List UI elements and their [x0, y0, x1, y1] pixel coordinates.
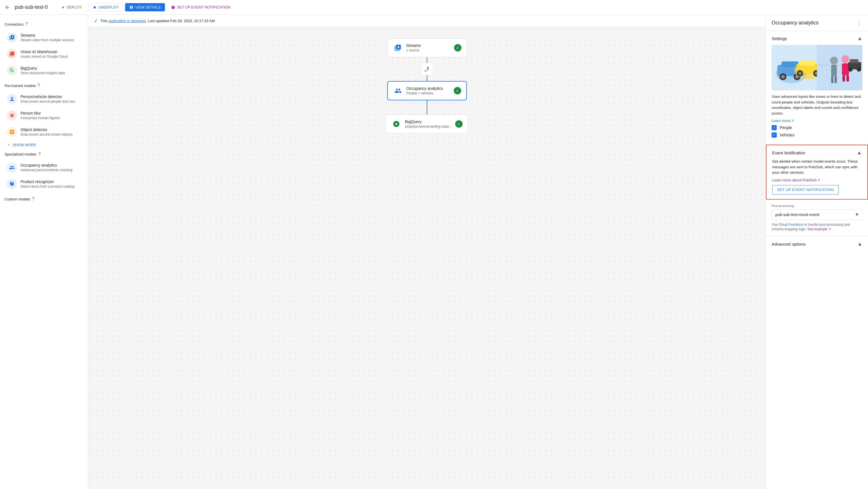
svg-rect-24 [831, 76, 833, 83]
bigquery-check-icon: ✓ [455, 120, 463, 128]
svg-rect-25 [834, 76, 837, 83]
svg-point-11 [781, 75, 785, 79]
topbar-actions: DEPLOY UNDEPLOY VIEW DETAILS SET UP EVEN… [57, 3, 234, 11]
flow-node-occupancy[interactable]: Occupancy analytics People + vehicles ✓ [387, 81, 467, 100]
show-more-button[interactable]: SHOW MORE [0, 141, 88, 149]
svg-point-3 [11, 115, 13, 116]
post-processing-section: Post-processing pub-sub-test-mock-event … [766, 200, 868, 237]
streams-icon [7, 32, 17, 43]
settings-description: Uses advanced inputs like zones or lines… [772, 94, 862, 116]
event-notification-section: Event Notification ▲ Get alerted when ce… [766, 145, 868, 200]
settings-title: Settings [772, 36, 787, 41]
custom-section-title: Custom models ? [0, 194, 88, 204]
deployed-link[interactable]: application is deployed [108, 19, 146, 23]
sidebar-item-product[interactable]: Product recognizer Detect items from a p… [2, 176, 86, 192]
see-example-link[interactable]: See example ↗ [807, 227, 831, 231]
flow-node-bigquery[interactable]: BigQuery projects/visionai-testing-stabl… [386, 115, 468, 133]
streams-check-icon: ✓ [454, 44, 461, 52]
specialized-help-icon[interactable]: ? [38, 152, 41, 157]
analytics-illustration [772, 45, 862, 90]
sidebar-item-occupancy[interactable]: Occupancy analytics Advanced person/vehi… [2, 159, 86, 176]
bigquery-icon [7, 65, 17, 75]
svg-rect-23 [831, 65, 837, 76]
main-layout: Connectors ? Streams Stream video from m… [0, 15, 868, 489]
connectors-section-title: Connectors ? [0, 19, 88, 29]
status-bar: ✓ This application is deployed. Last upd… [88, 15, 766, 27]
sidebar: Connectors ? Streams Stream video from m… [0, 15, 88, 489]
people-label: People [780, 125, 792, 130]
flow-streams-icon [393, 43, 403, 53]
svg-rect-31 [850, 59, 858, 63]
svg-point-22 [830, 57, 838, 64]
right-panel-header: Occupancy analytics ⋮ [766, 15, 868, 31]
person-vehicle-icon [7, 94, 17, 104]
learn-more-link[interactable]: Learn more ↗ [772, 119, 794, 123]
svg-point-18 [798, 72, 802, 75]
sidebar-item-person-blur[interactable]: Person blur Anonymize human figures [2, 108, 86, 123]
sidebar-item-object-detector[interactable]: Object detector Draw boxes around known … [2, 124, 86, 140]
post-processing-select[interactable]: pub-sub-test-mock-event [772, 210, 862, 220]
object-detector-icon [7, 127, 17, 137]
post-processing-desc: Use Cloud Functions to handle post-proce… [772, 222, 862, 232]
pretrained-section-title: Pre-trained models ? [0, 81, 88, 90]
person-blur-icon [7, 110, 17, 121]
product-icon [7, 179, 17, 189]
view-details-button[interactable]: VIEW DETAILS [125, 3, 165, 11]
people-checkbox-row: ✓ People [772, 125, 862, 130]
status-check-icon: ✓ [94, 18, 98, 24]
custom-help-icon[interactable]: ? [32, 196, 34, 202]
svg-point-33 [857, 67, 861, 72]
deploy-button[interactable]: DEPLOY [57, 3, 86, 11]
event-collapse-button[interactable]: ▲ [857, 150, 862, 156]
svg-rect-9 [781, 61, 799, 67]
right-panel: Occupancy analytics ⋮ Settings ▲ [766, 15, 868, 489]
back-button[interactable] [5, 4, 10, 10]
panel-menu-button[interactable]: ⋮ [857, 19, 862, 26]
sidebar-item-bigquery[interactable]: BigQuery Store structured insights data [2, 63, 86, 79]
settings-collapse-button[interactable]: ▲ [857, 35, 862, 41]
learn-pubsub-link[interactable]: Learn more about Pub/Sub ↗ [772, 178, 820, 182]
vision-icon [7, 49, 17, 59]
event-notification-desc: Get alerted when certain model events oc… [772, 159, 862, 176]
occupancy-icon [7, 162, 17, 173]
flow-occupancy-icon [393, 86, 403, 96]
svg-rect-29 [846, 75, 849, 82]
connector-2 [427, 100, 427, 115]
svg-point-26 [841, 55, 849, 63]
svg-rect-16 [800, 61, 815, 66]
cloud-functions-link[interactable]: Cloud Functions [779, 223, 803, 226]
flow-bigquery-icon [391, 119, 401, 129]
topbar: pub-sub-test-0 DEPLOY UNDEPLOY VIEW DETA… [0, 0, 868, 15]
vehicles-checkbox[interactable]: ✓ [772, 132, 777, 137]
page-title: pub-sub-test-0 [15, 4, 48, 10]
connector-1 [421, 57, 433, 81]
svg-point-32 [848, 67, 852, 72]
transform-box [421, 63, 433, 75]
vehicles-checkbox-row: ✓ Vehicles [772, 132, 862, 137]
undeploy-button[interactable]: UNDEPLOY [88, 3, 123, 11]
sidebar-item-person-vehicle[interactable]: Person/vehicle detector Draw boxes aroun… [2, 91, 86, 107]
sidebar-item-streams[interactable]: Streams Stream video from multiple sourc… [2, 30, 86, 45]
post-processing-label: Post-processing [772, 204, 862, 208]
post-processing-select-wrapper: pub-sub-test-mock-event ▼ [772, 209, 862, 220]
canvas-area: ✓ This application is deployed. Last upd… [88, 15, 766, 489]
settings-section: Settings ▲ [766, 31, 868, 145]
svg-rect-34 [817, 65, 863, 65]
sidebar-item-vision[interactable]: Vision AI Warehouse Assets stored on Goo… [2, 46, 86, 62]
setup-event-notification-button[interactable]: SET UP EVENT NOTIFICATION [772, 185, 839, 194]
pretrained-help-icon[interactable]: ? [37, 83, 40, 88]
right-panel-title: Occupancy analytics [772, 20, 818, 26]
svg-rect-28 [842, 75, 845, 82]
connectors-help-icon[interactable]: ? [25, 22, 28, 27]
setup-event-button[interactable]: SET UP EVENT NOTIFICATION [167, 3, 234, 11]
advanced-collapse-button[interactable]: ▲ [857, 241, 862, 247]
occupancy-check-icon: ✓ [454, 87, 461, 94]
flow-node-streams[interactable]: Streams 1 source ✓ [387, 38, 467, 57]
event-notification-title: Event Notification [772, 150, 805, 155]
advanced-title: Advanced options [772, 242, 805, 246]
specialized-section-title: Specialized models ? [0, 149, 88, 159]
people-checkbox[interactable]: ✓ [772, 125, 777, 130]
flow-diagram: Streams 1 source ✓ [88, 27, 766, 169]
advanced-options-section: Advanced options ▲ [766, 237, 868, 252]
vehicles-label: Vehicles [780, 133, 794, 137]
